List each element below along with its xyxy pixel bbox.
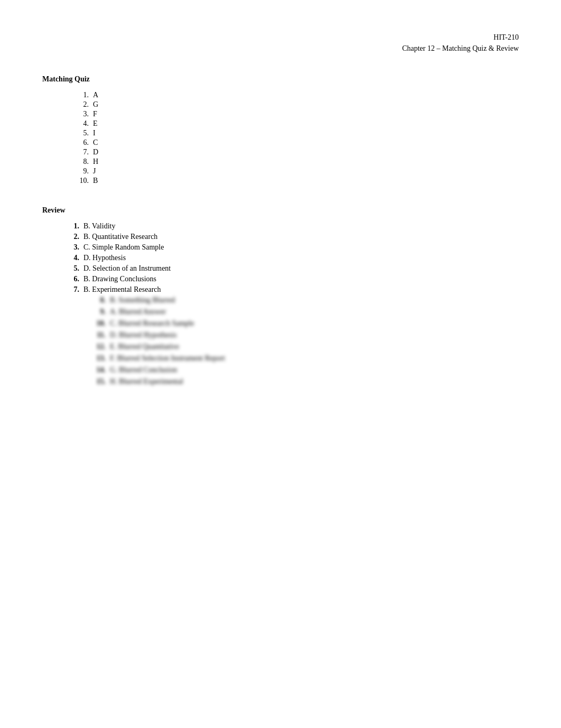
review-item-number: 6. [69,275,79,283]
matching-list-item: 8.H [74,158,519,166]
item-answer: I [93,129,96,137]
blurred-item-answer: F. Blurred Selection Instrument Report [110,354,225,363]
matching-quiz-list: 1.A2.G3.F4.E5.I6.C7.D8.H9.J10.B [42,91,519,185]
item-answer: D [93,148,98,156]
item-number: 8. [74,158,89,166]
blurred-review-list-item: 14.G. Blurred Conclusion [95,366,519,374]
review-list-item: 4.D. Hypothesis [69,254,519,262]
item-number: 6. [74,139,89,147]
matching-list-item: 3.F [74,110,519,118]
review-list-item: 7.B. Experimental Research [69,285,519,294]
review-item-answer: B. Quantitative Research [83,233,157,241]
item-number: 9. [74,167,89,176]
review-list-item: 2.B. Quantitative Research [69,233,519,241]
review-list-item: 1.B. Validity [69,222,519,231]
blurred-review-list-item: 13.F. Blurred Selection Instrument Repor… [95,354,519,363]
blurred-item-number: 10. [95,319,106,328]
review-section: Review 1.B. Validity2.B. Quantitative Re… [42,206,519,386]
blurred-review-list-item: 15.H. Blurred Experimental [95,377,519,386]
review-item-answer: C. Simple Random Sample [83,243,164,252]
review-item-number: 3. [69,243,79,252]
review-item-answer: B. Experimental Research [83,285,161,294]
blurred-item-answer: C. Blurred Research Sample [110,319,194,328]
blurred-item-number: 15. [95,377,106,386]
blurred-item-answer: B. Something Blurred [110,296,175,305]
review-item-answer: D. Selection of an Instrument [83,264,171,273]
header-line1: HIT-210 [42,32,519,43]
blurred-review-list: 8.B. Something Blurred9.A. Blurred Answe… [69,296,519,386]
matching-list-item: 2.G [74,100,519,109]
review-item-answer: B. Validity [83,222,115,231]
blurred-item-answer: H. Blurred Experimental [110,377,183,386]
matching-quiz-section: Matching Quiz 1.A2.G3.F4.E5.I6.C7.D8.H9.… [42,75,519,185]
blurred-review-list-item: 10.C. Blurred Research Sample [95,319,519,328]
review-list-item: 5.D. Selection of an Instrument [69,264,519,273]
item-answer: H [93,158,98,166]
item-number: 2. [74,100,89,109]
blurred-review-list-item: 11.D. Blurred Hypothesis [95,331,519,339]
item-answer: G [93,100,98,109]
item-answer: E [93,119,98,128]
blurred-item-answer: A. Blurred Answer [110,308,166,316]
blurred-item-number: 12. [95,343,106,351]
blurred-review-list-item: 12.E. Blurred Quantitative [95,343,519,351]
matching-list-item: 7.D [74,148,519,156]
blurred-item-answer: E. Blurred Quantitative [110,343,179,351]
review-item-number: 2. [69,233,79,241]
blurred-item-number: 8. [95,296,106,305]
matching-list-item: 4.E [74,119,519,128]
item-number: 5. [74,129,89,137]
matching-list-item: 5.I [74,129,519,137]
review-item-number: 4. [69,254,79,262]
review-item-answer: B. Drawing Conclusions [83,275,156,283]
blurred-item-number: 13. [95,354,106,363]
blurred-review-list-item: 8.B. Something Blurred [95,296,519,305]
review-list-item: 3.C. Simple Random Sample [69,243,519,252]
item-number: 4. [74,119,89,128]
blurred-item-number: 14. [95,366,106,374]
review-item-number: 7. [69,285,79,294]
document-header: HIT-210 Chapter 12 – Matching Quiz & Rev… [42,32,519,54]
blurred-review-list-item: 9.A. Blurred Answer [95,308,519,316]
blurred-item-answer: G. Blurred Conclusion [110,366,177,374]
review-item-number: 5. [69,264,79,273]
review-list: 1.B. Validity2.B. Quantitative Research3… [42,222,519,294]
matching-quiz-title: Matching Quiz [42,75,519,84]
item-number: 10. [74,177,89,185]
item-number: 1. [74,91,89,99]
blurred-item-answer: D. Blurred Hypothesis [110,331,176,339]
matching-list-item: 10.B [74,177,519,185]
blurred-item-number: 9. [95,308,106,316]
matching-list-item: 9.J [74,167,519,176]
item-answer: F [93,110,97,118]
item-answer: J [93,167,96,176]
review-title: Review [42,206,519,215]
header-line2: Chapter 12 – Matching Quiz & Review [42,43,519,54]
review-item-answer: D. Hypothesis [83,254,126,262]
blurred-review-section: 8.B. Something Blurred9.A. Blurred Answe… [42,296,519,386]
item-number: 7. [74,148,89,156]
item-answer: A [93,91,98,99]
item-answer: C [93,139,98,147]
review-list-item: 6.B. Drawing Conclusions [69,275,519,283]
matching-list-item: 1.A [74,91,519,99]
review-item-number: 1. [69,222,79,231]
matching-list-item: 6.C [74,139,519,147]
item-answer: B [93,177,98,185]
item-number: 3. [74,110,89,118]
blurred-item-number: 11. [95,331,106,339]
